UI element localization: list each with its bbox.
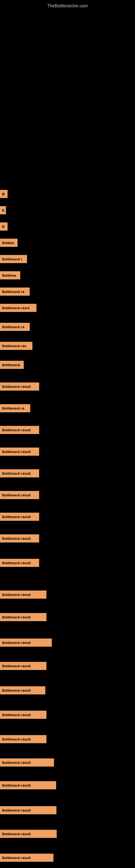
- item-22: Bottleneck result: [0, 613, 46, 621]
- item-31: Bottleneck result: [0, 830, 57, 838]
- item-21: Bottleneck result: [0, 590, 46, 599]
- item-6: Bottlene: [0, 271, 20, 279]
- item-32: Bottleneck result: [0, 854, 53, 862]
- item-25: Bottleneck result: [0, 686, 45, 694]
- item-12: Bottleneck result: [0, 382, 39, 391]
- item-16: Bottleneck result: [0, 469, 39, 477]
- item-2: E: [0, 206, 6, 214]
- item-20: Bottleneck result: [0, 559, 39, 567]
- item-28: Bottleneck result: [0, 758, 54, 767]
- item-8: Bottleneck resul: [0, 304, 37, 312]
- item-9: Bottleneck re: [0, 323, 30, 331]
- item-3: B: [0, 222, 8, 230]
- site-title: TheBottlenecker.com: [0, 1, 135, 10]
- item-17: Bottleneck result: [0, 491, 39, 499]
- item-11: Bottleneck: [0, 361, 24, 369]
- item-5: Bottleneck r: [0, 255, 27, 263]
- item-19: Bottleneck result: [0, 534, 39, 542]
- item-13: Bottleneck re: [0, 404, 30, 412]
- item-23: Bottleneck result: [0, 639, 52, 647]
- item-26: Bottleneck result: [0, 711, 46, 719]
- item-15: Bottleneck result: [0, 447, 39, 456]
- item-1: B: [0, 190, 8, 198]
- item-18: Bottleneck result: [0, 513, 39, 521]
- item-30: Bottleneck result: [0, 806, 56, 814]
- item-4: Bottlen: [0, 239, 17, 247]
- item-27: Bottleneck result: [0, 735, 46, 743]
- item-10: Bottleneck res: [0, 342, 32, 350]
- item-29: Bottleneck result: [0, 781, 56, 789]
- item-14: Bottleneck result: [0, 426, 39, 434]
- item-7: Bottleneck re: [0, 287, 30, 296]
- item-24: Bottleneck result: [0, 662, 46, 670]
